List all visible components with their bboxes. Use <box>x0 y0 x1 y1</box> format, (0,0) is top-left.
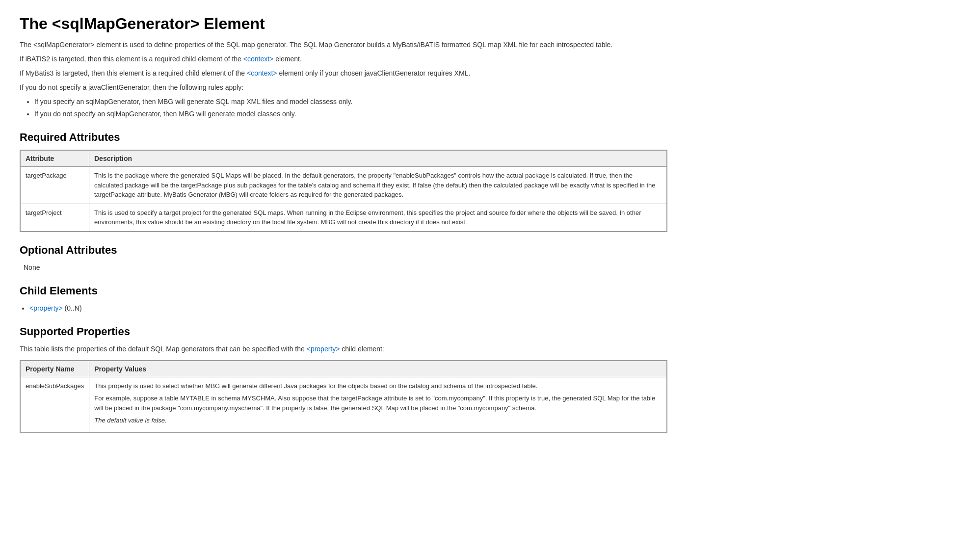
optional-attributes-none: None <box>24 263 667 273</box>
context-link-1[interactable]: <context> <box>243 55 274 63</box>
required-attributes-table-wrapper: Attribute Description targetPackageThis … <box>20 150 667 232</box>
page-title: The <sqlMapGenerator> Element <box>20 15 667 33</box>
intro-line2-suffix: element. <box>273 55 302 63</box>
intro-line3: If MyBatis3 is targeted, then this eleme… <box>20 68 667 79</box>
intro-line1: The <sqlMapGenerator> element is used to… <box>20 40 667 50</box>
intro-line3-prefix: If MyBatis3 is targeted, then this eleme… <box>20 69 247 77</box>
property-desc-line3: The default value is false. <box>94 416 662 425</box>
property-link[interactable]: <property> <box>29 304 63 312</box>
supported-properties-heading: Supported Properties <box>20 325 667 338</box>
sp-intro-suffix: child element: <box>340 345 384 353</box>
table-row: targetPackageThis is the package where t… <box>21 167 667 204</box>
child-elements-heading: Child Elements <box>20 285 667 297</box>
required-attributes-header-row: Attribute Description <box>21 151 667 167</box>
intro-bullets: If you specify an sqlMapGenerator, then … <box>34 97 667 119</box>
supported-properties-header-row: Property Name Property Values <box>21 361 667 377</box>
table-row: enableSubPackagesThis property is used t… <box>21 377 667 432</box>
intro-line2: If iBATIS2 is targeted, then this elemen… <box>20 54 667 64</box>
attribute-cell: targetProject <box>21 204 89 231</box>
child-element-property: <property> (0..N) <box>29 303 667 314</box>
optional-attributes-heading: Optional Attributes <box>20 244 667 257</box>
intro-line4: If you do not specify a javaClientGenera… <box>20 82 667 93</box>
col-description: Description <box>89 151 667 167</box>
property-values-cell: This property is used to select whether … <box>89 377 667 432</box>
col-attribute: Attribute <box>21 151 89 167</box>
required-attributes-table: Attribute Description targetPackageThis … <box>20 150 667 232</box>
description-cell: This is used to specify a target project… <box>89 204 667 231</box>
table-row: targetProjectThis is used to specify a t… <box>21 204 667 231</box>
description-cell: This is the package where the generated … <box>89 167 667 204</box>
child-element-suffix: (0..N) <box>63 304 82 312</box>
intro-line3-suffix: element only if your chosen javaClientGe… <box>277 69 471 77</box>
intro-line2-prefix: If iBATIS2 is targeted, then this elemen… <box>20 55 243 63</box>
attribute-cell: targetPackage <box>21 167 89 204</box>
required-attributes-heading: Required Attributes <box>20 131 667 144</box>
col-property-values: Property Values <box>89 361 667 377</box>
property-link-2[interactable]: <property> <box>307 345 340 353</box>
supported-properties-intro: This table lists the properties of the d… <box>20 344 667 354</box>
property-name-cell: enableSubPackages <box>21 377 89 432</box>
child-elements-list: <property> (0..N) <box>29 303 667 314</box>
intro-bullet-1: If you specify an sqlMapGenerator, then … <box>34 97 667 107</box>
context-link-2[interactable]: <context> <box>247 69 277 77</box>
property-desc-line1: This property is used to select whether … <box>94 381 662 391</box>
property-desc-line2: For example, suppose a table MYTABLE in … <box>94 394 662 413</box>
sp-intro-prefix: This table lists the properties of the d… <box>20 345 307 353</box>
supported-properties-table-wrapper: Property Name Property Values enableSubP… <box>20 360 667 433</box>
supported-properties-table: Property Name Property Values enableSubP… <box>20 361 667 433</box>
intro-bullet-2: If you do not specify an sqlMapGenerator… <box>34 109 667 119</box>
col-property-name: Property Name <box>21 361 89 377</box>
